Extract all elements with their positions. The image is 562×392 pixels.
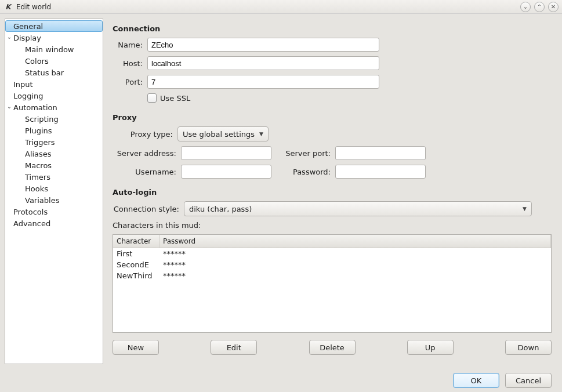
window-title: Edit world [16,3,51,11]
table-row[interactable]: NewThird****** [113,270,551,281]
ssl-label: Use SSL [160,94,190,103]
section-autologin: Auto-login [113,188,552,197]
table-row[interactable]: SecondE****** [113,259,551,270]
chevron-down-icon: ▼ [523,206,527,212]
maximize-icon[interactable]: ⌃ [534,2,545,12]
cell-password: ****** [163,249,548,258]
conn-style-dropdown[interactable]: diku (char, pass) ▼ [184,201,532,216]
minimize-icon[interactable]: ⌄ [520,2,531,12]
cell-character: SecondE [117,260,163,269]
tree-item-timers[interactable]: Timers [5,171,103,183]
proxy-pass-input[interactable] [335,165,426,179]
chevron-down-icon: ▼ [259,131,263,137]
tree-item-protocols[interactable]: Protocols [5,206,103,217]
table-row[interactable]: First****** [113,248,551,259]
ok-button[interactable]: OK [453,373,499,388]
tree-item-main-window[interactable]: Main window [5,43,103,55]
proxy-user-label: Username: [113,168,176,176]
edit-button[interactable]: Edit [211,340,257,355]
proxy-user-input[interactable] [181,165,271,179]
tree-item-automation[interactable]: Automation [5,101,103,113]
cell-character: NewThird [117,271,163,280]
tree-item-general[interactable]: General [5,20,103,32]
settings-panel: Connection Name: Host: Port: Use SSL Pro… [110,19,557,364]
tree-item-triggers[interactable]: Triggers [5,136,103,148]
tree-item-input[interactable]: Input [5,78,103,90]
close-icon[interactable]: ✕ [548,2,559,12]
proxy-type-value: Use global settings [183,130,255,139]
proxy-type-label: Proxy type: [113,130,173,139]
app-icon: K [3,2,13,12]
cell-password: ****** [163,260,548,269]
proxy-type-dropdown[interactable]: Use global settings ▼ [177,126,269,141]
name-input[interactable] [147,38,379,52]
expander-icon[interactable]: ⌄ [6,103,12,110]
host-input[interactable] [147,56,379,70]
dialog-footer: OK Cancel [0,369,562,392]
proxy-server-input[interactable] [181,146,271,160]
conn-style-label: Connection style: [113,205,179,213]
expander-icon[interactable]: ⌄ [6,34,12,40]
settings-tree[interactable]: General⌄DisplayMain windowColorsStatus b… [5,19,103,364]
tree-item-colors[interactable]: Colors [5,55,103,67]
characters-table[interactable]: Character Password First******SecondE***… [113,234,552,333]
port-label: Port: [113,78,143,86]
titlebar: K Edit world ⌄ ⌃ ✕ [0,0,562,14]
cell-character: First [117,249,163,258]
down-button[interactable]: Down [505,340,552,355]
tree-item-display[interactable]: Display [5,32,103,43]
col-character[interactable]: Character [113,235,159,248]
tree-item-status-bar[interactable]: Status bar [5,67,103,78]
cancel-button[interactable]: Cancel [505,373,552,388]
col-password[interactable]: Password [159,235,551,248]
ssl-checkbox[interactable] [147,93,157,103]
host-label: Host: [113,59,143,68]
name-label: Name: [113,41,143,49]
proxy-port-label: Server port: [278,149,331,158]
characters-label: Characters in this mud: [113,221,552,230]
new-button[interactable]: New [113,340,159,355]
tree-item-macros[interactable]: Macros [5,159,103,171]
cell-password: ****** [163,271,548,280]
up-button[interactable]: Up [407,340,454,355]
tree-item-logging[interactable]: Logging [5,90,103,101]
delete-button[interactable]: Delete [309,340,356,355]
section-proxy: Proxy [113,113,552,122]
tree-item-plugins[interactable]: Plugins [5,125,103,136]
conn-style-value: diku (char, pass) [189,205,252,213]
port-input[interactable] [147,75,379,89]
tree-item-aliases[interactable]: Aliases [5,148,103,159]
section-connection: Connection [113,24,552,33]
table-header: Character Password [113,235,551,248]
tree-item-scripting[interactable]: Scripting [5,113,103,125]
proxy-pass-label: Password: [278,168,331,176]
tree-item-hooks[interactable]: Hooks [5,183,103,194]
proxy-port-input[interactable] [335,146,426,160]
tree-item-advanced[interactable]: Advanced [5,217,103,229]
tree-item-variables[interactable]: Variables [5,194,103,206]
proxy-server-label: Server address: [113,149,176,158]
